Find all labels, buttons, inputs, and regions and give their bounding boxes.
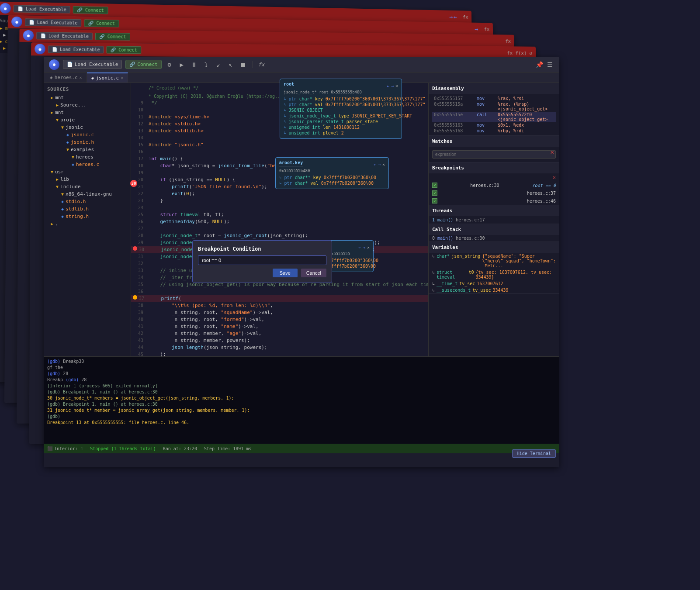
pause-icon[interactable]: ⏸: [190, 60, 198, 69]
run-icon[interactable]: ▶: [177, 60, 186, 69]
hover-key-close[interactable]: ✕: [382, 162, 385, 167]
breakpoint-item-46: ✓ heroes.c:46: [429, 197, 559, 205]
sidebar-item-string[interactable]: ◈ string.h: [44, 213, 131, 220]
breakpoint-check-37[interactable]: ✓: [432, 190, 437, 196]
settings-icon[interactable]: ⚙: [165, 60, 174, 69]
sidebar-item-source[interactable]: ▶ Source...: [44, 101, 131, 109]
sidebar-item-stdlib[interactable]: ◈ stdlib.h: [44, 205, 131, 213]
tab-jsonic-close[interactable]: ✕: [121, 76, 123, 80]
code-line-36: 36: [131, 288, 428, 295]
bp-condition-input[interactable]: [198, 255, 326, 265]
connect-button[interactable]: 🔗 Connect: [125, 60, 161, 69]
nav-forward-4[interactable]: →: [475, 25, 478, 32]
hover-nav-back[interactable]: ←: [387, 83, 389, 88]
sidebar-item-dot[interactable]: ▶ .: [44, 220, 131, 228]
hover-close[interactable]: ✕: [395, 83, 398, 88]
hover-key-nav-fwd[interactable]: →: [378, 162, 381, 167]
watches-section: Watches ✕: [429, 136, 559, 162]
term-line-3: (gdb) 28: [47, 371, 556, 377]
disasm-line-2: 0x55555515a mov %rax, (%rsp) <jsonic_obj…: [432, 101, 556, 112]
var-json-string: ↳ char* json_string {"squadName": "Super…: [429, 253, 559, 269]
tab-heroes[interactable]: ◈ heroes.c ✕: [45, 72, 87, 83]
load-exec-btn-5[interactable]: 📄 Load Executable: [14, 5, 70, 13]
nav-forward-5[interactable]: →: [449, 14, 453, 20]
term-line-9: 31 jsonic_node_t* member = jsonic_array_…: [47, 407, 556, 414]
breakpoint-check-46[interactable]: ✓: [432, 198, 437, 204]
call-stack-frame-name: main(): [437, 236, 453, 241]
code-line-38: 38 "\\t%s (pos: %d, from len: %d)\\n",: [131, 302, 428, 309]
hover-root2-close[interactable]: ✕: [367, 245, 370, 250]
connect-btn-2[interactable]: 🔗 Connect: [107, 46, 141, 54]
load-exec-btn-2[interactable]: 📄 Load Executable: [48, 45, 104, 53]
load-executable-button[interactable]: 📄 Load Executable: [63, 60, 122, 69]
load-exec-btn-3[interactable]: 📄 Load Executable: [36, 32, 93, 40]
step-out-icon[interactable]: ↖: [226, 60, 235, 69]
sidebar-item-mnt[interactable]: ▶ mnt: [44, 94, 131, 101]
sidebar-item-examples[interactable]: ▼ examples: [44, 146, 131, 153]
tab-jsonic[interactable]: ◈ jsonic.c ✕: [87, 72, 128, 83]
variables-section: Variables ↳ char* json_string {"squadNam…: [429, 242, 559, 294]
hover-root2-nav-back[interactable]: ←: [358, 245, 361, 250]
code-line-28: 28 jsonic_node_t* root = jsonic_get_root…: [131, 232, 428, 239]
terminal[interactable]: (gdb) Breakp30 gf-the (gdb) 28 Breakp (g…: [44, 356, 559, 444]
file-icon: ◈: [61, 207, 64, 211]
code-line-25: 25 struct timeval t0, t1;: [131, 211, 428, 218]
hover-ptr-label: ptr: [288, 97, 296, 101]
hover-nav-fwd[interactable]: →: [391, 83, 394, 88]
breakpoint-loc-46: heroes.c:46: [527, 199, 556, 204]
sidebar-item-include[interactable]: ▼ include: [44, 183, 131, 190]
sidebar-item-jsonic-c[interactable]: ◈ jsonic.c: [44, 131, 131, 138]
code-line-45: 45 );: [131, 351, 428, 356]
bp-save-button[interactable]: Save: [273, 269, 298, 277]
menu-icon[interactable]: ☰: [545, 60, 554, 69]
stop-icon[interactable]: ⏹: [239, 60, 247, 69]
call-stack-frame-num: 0: [432, 236, 437, 241]
load-exec-btn-4[interactable]: 📄 Load Executable: [25, 18, 82, 27]
disasm-line-4: 0x555555163 mov $0x1, %edx: [432, 122, 556, 128]
sidebar-item-mnt2[interactable]: ▶ mnt: [44, 109, 131, 116]
disasm-line-3: 0x55555515e call 0x555555572f0 <jsonic_o…: [432, 112, 556, 122]
breakpoints-close-icon[interactable]: ✕: [553, 174, 556, 180]
bp-cancel-button[interactable]: Cancel: [301, 269, 326, 277]
hide-terminal-button[interactable]: Hide Terminal: [512, 449, 556, 458]
breakpoint-check-30[interactable]: ✓: [432, 183, 437, 188]
sidebar-item-proje[interactable]: ▼ proje: [44, 116, 131, 124]
watch-expression-input[interactable]: [432, 150, 556, 159]
sidebar-item-stdio[interactable]: ◈ stdio.h: [44, 198, 131, 205]
app-logo-main: ●: [49, 59, 59, 70]
tab-jsonic-label: jsonic.c: [96, 75, 119, 81]
sidebar-item-lib[interactable]: ▶ lib: [44, 176, 131, 183]
hover-key-header: &root.key ← → ✕: [279, 160, 385, 169]
sidebar-item-x86[interactable]: ▼ x86_64-linux-gnu: [44, 190, 131, 198]
var-struct-icon: ↳: [432, 270, 435, 279]
sidebar-item-jsonic-h[interactable]: ◈ jsonic.h: [44, 138, 131, 146]
breakpoint-loc-37: heroes.c:37: [527, 191, 556, 196]
disassembly-title: Disassembly: [429, 83, 559, 94]
disasm-line-5: 0x555555168 mov %rbp, %rdi: [432, 128, 556, 134]
breakpoint-condition-dialog: Breakpoint Condition Save Cancel: [192, 240, 332, 283]
step-over-icon[interactable]: ⤵: [202, 60, 211, 69]
watch-close-icon[interactable]: ✕: [551, 148, 554, 155]
call-stack-frame-loc: heroes.c:30: [456, 236, 485, 241]
folder-icon: ▼: [51, 169, 53, 174]
sidebar-item-heroes[interactable]: ▼ heroes: [44, 153, 131, 161]
var-ptr-icon: ↳: [432, 254, 435, 268]
main-titlebar: ● 📄 Load Executable 🔗 Connect ⚙ ▶ ⏸ ⤵ ↙ …: [44, 57, 559, 72]
folder-icon: ▶: [51, 95, 53, 100]
hover-root2-nav-fwd[interactable]: →: [363, 245, 365, 250]
step-into-icon[interactable]: ↙: [214, 60, 223, 69]
nav-back-5[interactable]: ←: [454, 14, 457, 20]
code-line-44: 44 json_length(json_string, powers);: [131, 344, 428, 351]
hover-key-nav-back[interactable]: ←: [374, 162, 376, 167]
sidebar-item-heroes-c[interactable]: ◈ heroes.c: [44, 161, 131, 168]
sidebar-item-jsonic[interactable]: ▼ jsonic: [44, 124, 131, 131]
sidebar-item-usr[interactable]: ▼ usr: [44, 168, 131, 176]
connect-btn-3[interactable]: 🔗 Connect: [95, 32, 130, 40]
tab-heroes-close[interactable]: ✕: [80, 75, 82, 80]
connect-btn-5[interactable]: 🔗 Connect: [73, 6, 108, 14]
pin-icon[interactable]: 📌: [535, 60, 544, 69]
badge-overlay: 30: [130, 180, 137, 187]
file-icon: ◈: [61, 214, 64, 219]
call-stack-item-0[interactable]: 0 main() heroes.c:30: [429, 235, 559, 242]
connect-btn-4[interactable]: 🔗 Connect: [84, 19, 119, 27]
